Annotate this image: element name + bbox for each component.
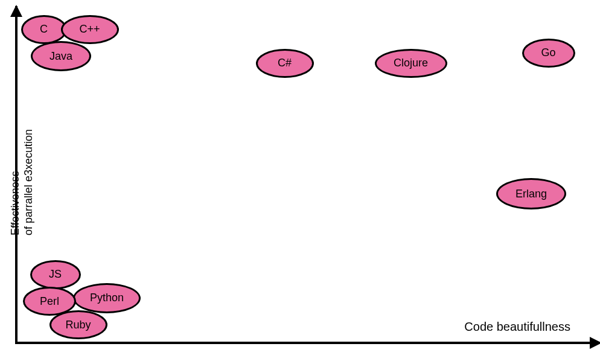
x-axis-line <box>15 342 595 344</box>
y-axis-label: Effectiveness of parrallel e3xecution <box>9 129 35 235</box>
scatter-chart: Effectiveness of parrallel e3xecution Co… <box>15 6 595 356</box>
bubble-js: JS <box>30 260 81 289</box>
x-axis-label: Code beautifullness <box>464 320 570 334</box>
bubble-java: Java <box>31 41 91 71</box>
x-axis-arrow-icon <box>590 337 600 349</box>
bubble-label: Java <box>49 50 72 63</box>
bubble-c: C++ <box>61 15 119 44</box>
bubble-label: Ruby <box>65 319 91 331</box>
bubble-label: C# <box>278 57 292 69</box>
bubble-ruby: Ruby <box>49 310 107 339</box>
bubble-erlang: Erlang <box>496 178 566 209</box>
bubble-go: Go <box>522 39 575 68</box>
bubble-label: C <box>40 23 48 36</box>
bubble-label: Python <box>90 292 124 304</box>
bubble-c: C# <box>256 49 314 78</box>
bubble-label: Perl <box>40 295 59 308</box>
bubble-label: JS <box>49 268 62 281</box>
bubble-label: Clojure <box>394 57 428 69</box>
y-axis-label-line2: of parrallel e3xecution <box>22 129 36 235</box>
bubble-clojure: Clojure <box>375 49 447 78</box>
bubble-label: Erlang <box>515 188 547 200</box>
bubble-label: C++ <box>79 23 100 36</box>
bubble-python: Python <box>73 283 141 313</box>
y-axis-arrow-icon <box>10 5 22 17</box>
bubble-c: C <box>21 15 67 44</box>
bubble-label: Go <box>541 46 555 59</box>
y-axis-label-line1: Effectiveness <box>9 129 22 235</box>
